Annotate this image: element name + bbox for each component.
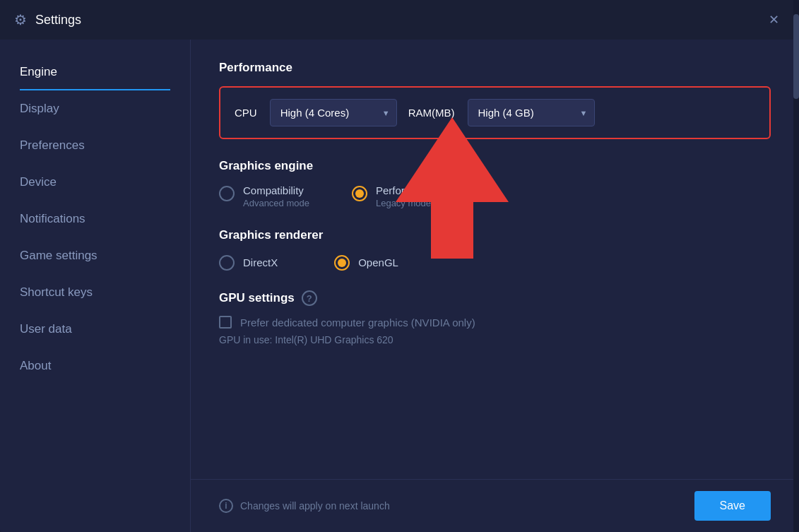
scrollbar[interactable] [793, 40, 799, 532]
sidebar-item-engine[interactable]: Engine [0, 54, 190, 90]
cpu-select[interactable]: High (4 Cores) Medium (2 Cores) Low (1 C… [270, 99, 397, 126]
radio-opengl[interactable]: OpenGL [334, 254, 398, 271]
cpu-select-wrapper: High (4 Cores) Medium (2 Cores) Low (1 C… [270, 99, 397, 126]
radio-compatibility-outer [219, 186, 235, 201]
radio-opengl-inner [338, 259, 346, 267]
save-button[interactable]: Save [694, 491, 771, 521]
ram-select-wrapper: High (4 GB) Medium (2 GB) Low (1 GB) [468, 99, 595, 126]
close-button[interactable]: ✕ [762, 8, 785, 31]
ram-group: RAM(MB) High (4 GB) Medium (2 GB) Low (1… [408, 99, 595, 126]
radio-directx-label: DirectX [243, 256, 278, 268]
radio-performance-sub: Legacy mode [376, 198, 437, 208]
radio-opengl-outer [334, 255, 350, 271]
radio-performance-text: Performance Legacy mode [376, 184, 437, 208]
sidebar-item-notifications[interactable]: Notifications [0, 201, 190, 237]
gpu-in-use-text: GPU in use: Intel(R) UHD Graphics 620 [219, 334, 771, 345]
scrollbar-thumb[interactable] [793, 40, 799, 99]
graphics-renderer-section: Graphics renderer DirectX OpenGL [219, 228, 771, 271]
sidebar-item-preferences[interactable]: Preferences [0, 127, 190, 164]
sidebar-item-display[interactable]: Display [0, 90, 190, 127]
sidebar: Engine Display Preferences Device Notifi… [0, 40, 191, 532]
radio-compatibility-text: Compatibility Advanced mode [243, 184, 309, 208]
main-content: Performance CPU High (4 Cores) Medium (2… [191, 40, 799, 479]
graphics-engine-options: Compatibility Advanced mode Performance … [219, 184, 771, 208]
cpu-label: CPU [235, 107, 257, 119]
performance-title: Performance [219, 61, 771, 75]
gpu-title-row: GPU settings ? [219, 290, 771, 306]
radio-compatibility[interactable]: Compatibility Advanced mode [219, 184, 309, 208]
sidebar-item-shortcut-keys[interactable]: Shortcut keys [0, 274, 190, 311]
radio-performance-inner [355, 189, 364, 198]
radio-performance-outer [352, 186, 367, 201]
content-area: Engine Display Preferences Device Notifi… [0, 40, 799, 532]
radio-directx[interactable]: DirectX [219, 254, 278, 271]
ram-label: RAM(MB) [408, 107, 455, 119]
gpu-checkbox-label: Prefer dedicated computer graphics (NVID… [240, 317, 475, 329]
performance-section: Performance CPU High (4 Cores) Medium (2… [219, 61, 771, 139]
radio-compatibility-label: Compatibility [243, 184, 309, 196]
titlebar: ⚙ Settings ✕ [0, 0, 799, 40]
window-title: Settings [35, 13, 762, 28]
graphics-engine-title: Graphics engine [219, 159, 771, 173]
gpu-checkbox[interactable] [219, 316, 232, 329]
sidebar-item-device[interactable]: Device [0, 164, 190, 201]
footer-info-text: Changes will apply on next launch [240, 500, 390, 512]
footer-info: i Changes will apply on next launch [219, 499, 390, 513]
gpu-help-icon[interactable]: ? [302, 290, 317, 306]
renderer-options: DirectX OpenGL [219, 254, 771, 271]
gpu-settings-section: GPU settings ? Prefer dedicated computer… [219, 290, 771, 345]
radio-compatibility-sub: Advanced mode [243, 198, 309, 208]
radio-opengl-label: OpenGL [358, 256, 398, 268]
performance-box: CPU High (4 Cores) Medium (2 Cores) Low … [219, 86, 771, 139]
gear-icon: ⚙ [14, 11, 27, 28]
gpu-checkbox-row: Prefer dedicated computer graphics (NVID… [219, 316, 771, 329]
ram-select[interactable]: High (4 GB) Medium (2 GB) Low (1 GB) [468, 99, 595, 126]
radio-directx-outer [219, 255, 235, 271]
sidebar-item-game-settings[interactable]: Game settings [0, 237, 190, 274]
graphics-renderer-title: Graphics renderer [219, 228, 771, 242]
radio-performance[interactable]: Performance Legacy mode [352, 184, 437, 208]
footer: i Changes will apply on next launch Save [191, 479, 799, 532]
sidebar-item-about[interactable]: About [0, 348, 190, 384]
gpu-settings-title: GPU settings [219, 291, 295, 305]
info-icon: i [219, 499, 233, 513]
cpu-group: CPU High (4 Cores) Medium (2 Cores) Low … [235, 99, 397, 126]
graphics-engine-section: Graphics engine Compatibility Advanced m… [219, 159, 771, 208]
radio-performance-label: Performance [376, 184, 437, 196]
settings-window: ⚙ Settings ✕ Engine Display Preferences … [0, 0, 799, 532]
sidebar-item-user-data[interactable]: User data [0, 311, 190, 348]
